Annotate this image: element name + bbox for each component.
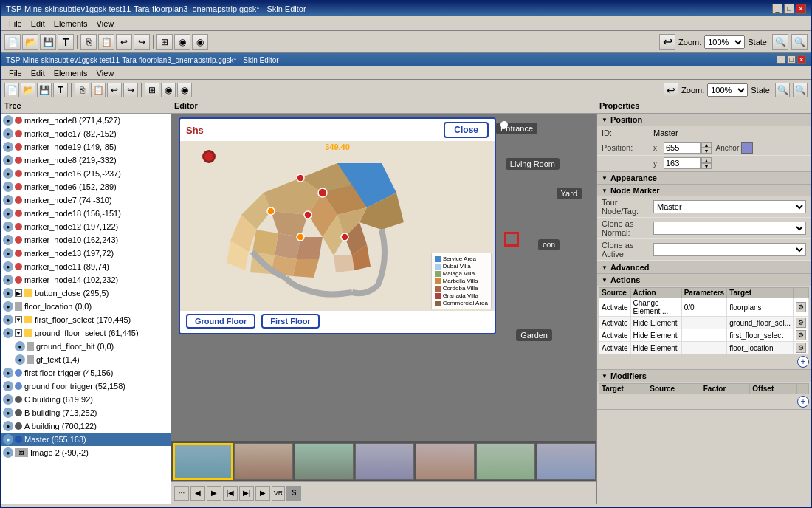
eye-icon[interactable]: ● <box>3 421 13 431</box>
tree-item-marker-node8b[interactable]: ● marker_node8 (219,-332) <box>1 154 171 167</box>
nav-play-btn[interactable]: ▶ <box>255 486 270 501</box>
tree-item-marker-node13[interactable]: ● marker_node13 (197,72) <box>1 247 171 260</box>
thumbnail-3[interactable] <box>295 443 354 480</box>
open-btn[interactable]: 📂 <box>22 34 38 50</box>
inner-copy-btn[interactable]: ⎘ <box>75 83 89 97</box>
red-circle-btn[interactable] <box>202 150 216 163</box>
action-row-edit-btn-2[interactable]: ⚙ <box>796 318 806 328</box>
eye-icon[interactable]: ● <box>3 182 13 192</box>
eye-icon[interactable]: ● <box>3 208 13 219</box>
tree-item-first-floor-select[interactable]: ● ▼ first_floor_select (170,445) <box>1 313 171 326</box>
nav-s-btn[interactable]: S <box>286 486 301 501</box>
tree-item-marker-node8[interactable]: ● marker_node8 (271,4,527) <box>1 114 171 127</box>
inner-paste-btn[interactable]: 📋 <box>91 83 106 97</box>
eye-icon[interactable]: ● <box>3 235 13 245</box>
clone-normal-select[interactable] <box>653 222 806 235</box>
actions-add-btn[interactable]: + <box>797 356 809 368</box>
eye-icon[interactable]: ● <box>3 328 13 338</box>
tree-item-b-building[interactable]: ● B building (713,252) <box>1 406 171 419</box>
action-row-btn[interactable]: ⚙ <box>794 342 809 354</box>
action-row-edit-btn-4[interactable]: ⚙ <box>796 343 806 353</box>
inner-save-btn[interactable]: 💾 <box>37 83 52 97</box>
section-actions-title[interactable]: Actions <box>597 274 811 286</box>
inner-menu-elements[interactable]: Elements <box>49 68 92 78</box>
inner-menu-view[interactable]: View <box>92 68 119 78</box>
menu-edit[interactable]: Edit <box>27 18 49 29</box>
tree-item-marker-node18[interactable]: ● marker_node18 (156,-151) <box>1 207 171 220</box>
eye-icon[interactable]: ● <box>3 394 13 405</box>
inner-nav-btn2[interactable]: ◉ <box>177 83 192 97</box>
eye-icon[interactable]: ● <box>3 315 13 325</box>
zoom-undo-btn[interactable]: ↩ <box>659 34 675 50</box>
eye-icon[interactable]: ● <box>3 168 13 179</box>
menu-view[interactable]: View <box>92 18 119 29</box>
anchor-button[interactable] <box>741 142 753 154</box>
tree-item-c-building[interactable]: ● C building (619,92) <box>1 393 171 406</box>
expand-btn[interactable]: ▼ <box>15 329 22 337</box>
nav-vr-btn[interactable]: VR <box>272 486 285 501</box>
eye-icon[interactable]: ● <box>15 354 25 365</box>
eye-icon[interactable]: ● <box>3 248 13 258</box>
tree-item-ground-floor-trigger[interactable]: ● ground floor trigger (52,158) <box>1 380 171 393</box>
save-btn[interactable]: 💾 <box>40 34 56 50</box>
eye-icon[interactable]: ● <box>3 155 13 165</box>
nav-btn2[interactable]: ◉ <box>192 34 208 50</box>
action-row-edit-btn[interactable]: ⚙ <box>796 302 806 312</box>
maximize-btn[interactable]: □ <box>784 4 794 14</box>
tree-item-marker-node6[interactable]: ● marker_node6 (152,-289) <box>1 180 171 193</box>
eye-icon[interactable]: ● <box>3 447 13 458</box>
close-btn[interactable]: ✕ <box>796 4 806 14</box>
position-x-input[interactable] <box>664 142 701 154</box>
inner-redo-btn[interactable]: ↪ <box>123 83 138 97</box>
inner-maximize-btn[interactable]: □ <box>787 55 796 64</box>
tree-item-marker-node14[interactable]: ● marker_node14 (102,232) <box>1 273 171 286</box>
inner-state-btn1[interactable]: 🔍 <box>775 83 790 97</box>
inner-minimize-btn[interactable]: _ <box>777 55 785 64</box>
section-modifiers-title[interactable]: Modifiers <box>597 370 811 382</box>
new-btn[interactable]: 📄 <box>4 34 21 50</box>
eye-icon[interactable]: ● <box>3 261 13 272</box>
eye-icon[interactable]: ● <box>3 368 13 378</box>
paste-btn[interactable]: 📋 <box>98 34 114 50</box>
tree-item-image2[interactable]: ● 🖼 Image 2 (-90,-2) <box>1 446 171 459</box>
x-down-btn[interactable]: ▼ <box>701 148 712 154</box>
eye-icon[interactable]: ● <box>3 195 13 205</box>
clone-active-select[interactable] <box>653 243 806 256</box>
tree-item-floor-location[interactable]: ● floor_location (0,0) <box>1 300 171 313</box>
eye-icon[interactable]: ● <box>3 115 13 126</box>
zoom-select[interactable]: 100% 75% 125% <box>704 35 745 49</box>
x-up-btn[interactable]: ▲ <box>701 142 712 148</box>
minimize-btn[interactable]: _ <box>772 4 782 14</box>
tree-item-first-floor-trigger[interactable]: ● first floor trigger (45,156) <box>1 366 171 380</box>
inner-undo-btn[interactable]: ↩ <box>107 83 122 97</box>
tree-item-marker-node11[interactable]: ● marker_node11 (89,74) <box>1 260 171 273</box>
action-row-btn[interactable]: ⚙ <box>794 317 809 329</box>
menu-elements[interactable]: Elements <box>49 18 92 29</box>
y-down-btn[interactable]: ▼ <box>701 163 712 169</box>
nav-first-btn[interactable]: |◀ <box>223 486 238 501</box>
undo-btn[interactable]: ↩ <box>116 34 132 50</box>
tree-item-master[interactable]: ● Master (655,163) <box>1 433 171 446</box>
eye-icon[interactable]: ● <box>3 434 13 444</box>
inner-zoom-select[interactable]: 100% <box>707 83 748 97</box>
eye-icon[interactable]: ● <box>3 275 13 285</box>
inner-open-btn[interactable]: 📂 <box>21 83 35 97</box>
thumbnail-4[interactable] <box>355 443 414 480</box>
ground-floor-button[interactable]: Ground Floor <box>186 314 255 329</box>
first-floor-button[interactable]: First Floor <box>261 314 319 329</box>
inner-text-btn[interactable]: T <box>53 83 68 97</box>
section-advanced-title[interactable]: Advanced <box>597 261 811 273</box>
editor-canvas[interactable]: Entrance Living Room Yard Garden oon Shs… <box>171 114 596 504</box>
tour-node-select[interactable]: Master <box>653 200 806 213</box>
thumbnail-6[interactable] <box>476 443 535 480</box>
thumbnail-1[interactable] <box>173 443 233 480</box>
state-btn1[interactable]: 🔍 <box>772 34 788 50</box>
inner-close-btn[interactable]: ✕ <box>797 55 806 64</box>
action-row-edit-btn-3[interactable]: ⚙ <box>796 330 806 340</box>
thumbnail-5[interactable] <box>416 443 475 480</box>
tree-item-marker-node7[interactable]: ● marker_node7 (74,-310) <box>1 193 171 207</box>
tree-item-marker-node12[interactable]: ● marker_node12 (197,122) <box>1 220 171 233</box>
text-btn[interactable]: T <box>58 34 74 50</box>
tree-item-button-close[interactable]: ● ▶ button_close (295,5) <box>1 286 171 300</box>
inner-menu-edit[interactable]: Edit <box>27 68 49 78</box>
